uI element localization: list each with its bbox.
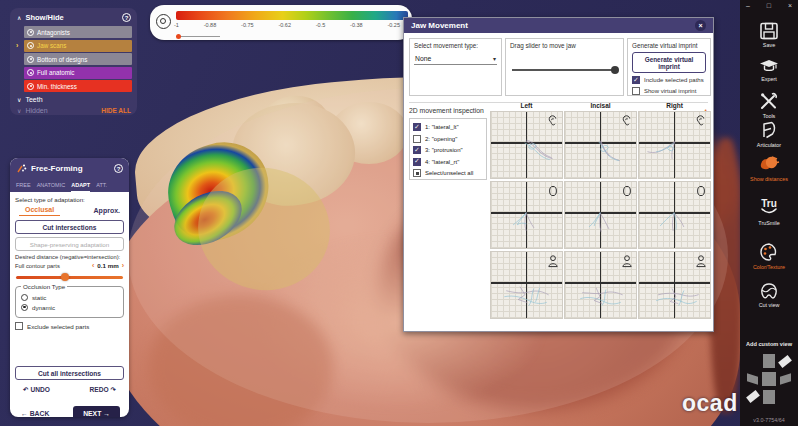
sidebar-save[interactable]: Save (740, 22, 798, 48)
checkbox-icon (413, 135, 421, 143)
save-icon (759, 22, 779, 40)
radio-dynamic[interactable]: dynamic (21, 304, 118, 311)
tick-label: -0.5 (316, 22, 325, 28)
tools-icon (759, 92, 779, 111)
condyle-icon (695, 184, 707, 198)
sidebar-expert[interactable]: Expert (740, 57, 798, 82)
cut-all-intersections-button[interactable]: Cut all intersections (15, 366, 124, 380)
help-icon[interactable]: ? (122, 13, 131, 22)
movement-type-select[interactable]: None ▾ (414, 53, 497, 65)
ear-icon (695, 114, 707, 128)
view-cube-control[interactable] (747, 352, 791, 404)
range-slider[interactable] (176, 34, 220, 39)
next-button[interactable]: NEXT → (73, 406, 120, 417)
redo-button[interactable]: REDO ↷ (90, 386, 116, 394)
hide-all-button[interactable]: HIDE ALL (101, 107, 131, 114)
person-icon (695, 254, 707, 268)
tab-free[interactable]: FREE (16, 179, 31, 192)
add-custom-view-label[interactable]: Add custom view (740, 341, 798, 347)
show-hide-item-jaw-scans[interactable]: › Jaw scans (24, 40, 132, 52)
checkbox-checked-icon: ✓ (413, 146, 421, 154)
window-close-button[interactable]: × (788, 2, 792, 9)
color-scale: -1 -0.88 -0.75 -0.62 -0.5 -0.38 -0.25 (150, 5, 412, 40)
show-distances-icon (757, 154, 781, 174)
subtab-approx[interactable]: Approx. (94, 206, 120, 216)
generate-virtual-imprint-button[interactable]: Generate virtual imprint (632, 52, 706, 73)
column-header-right: Right (638, 102, 711, 109)
distance-slider-handle[interactable] (61, 273, 69, 281)
movement-type-section: Select movement type: None ▾ (409, 38, 502, 96)
sidebar-articulator[interactable]: Articulator (740, 120, 798, 148)
stepper-left-icon[interactable]: ‹ (92, 262, 94, 269)
occlusion-type-group: Occlusion Type static dynamic (15, 286, 124, 318)
shape-preserving-button: Shape-preserving adaptation (15, 237, 124, 251)
contour-label: Full contour parts (15, 263, 60, 269)
show-hide-item-bottom-of-designs[interactable]: Bottom of designs (24, 53, 132, 65)
occlusion-type-label: Occlusion Type (21, 283, 67, 290)
panel-title: Show/Hide (25, 13, 63, 22)
eye-icon (27, 69, 34, 76)
maximize-button[interactable]: □ (767, 2, 771, 9)
eye-icon (27, 29, 34, 36)
show-hide-item-full-anatomic[interactable]: Full anatomic (24, 67, 132, 79)
show-hide-item-min-thickness[interactable]: Min. thickness (24, 80, 132, 92)
sidebar-color-texture[interactable]: Color/Texture (740, 242, 798, 270)
eye-icon (27, 42, 34, 49)
show-hide-item-antagonists[interactable]: Antagonists (24, 26, 132, 38)
tick-label: -0.75 (241, 22, 254, 28)
sidebar-cut-view[interactable]: Cut view (740, 281, 798, 308)
dialog-titlebar[interactable]: Jaw Movement × (404, 18, 713, 33)
path-checkbox-lateral-lt[interactable]: ✓ 1: "lateral_lt" (413, 123, 483, 131)
movement-chart-cell (638, 251, 711, 319)
jaw-slider-handle[interactable] (611, 66, 619, 74)
stepper-right-icon[interactable]: › (122, 262, 124, 269)
checkbox-icon (15, 322, 23, 330)
tab-adapt[interactable]: ADAPT (71, 179, 90, 192)
path-checkbox-lateral-rt[interactable]: ✓ 4: "lateral_rt" (413, 158, 483, 166)
select-unselect-all-checkbox[interactable]: Select/unselect all (413, 169, 483, 177)
cut-intersections-button[interactable]: Cut intersections (15, 220, 124, 234)
undo-button[interactable]: ↶ UNDO (23, 386, 50, 394)
radio-static[interactable]: static (21, 294, 118, 301)
movement-chart-cell (564, 111, 637, 179)
distance-gradient-bar (176, 11, 408, 20)
movement-chart-grid: Left Incisal Right (490, 102, 712, 319)
tick-label: -0.62 (278, 22, 291, 28)
minimize-button[interactable]: – (746, 2, 750, 9)
column-header-incisal: Incisal (564, 102, 637, 109)
path-checkbox-opening[interactable]: 2: "opening" (413, 135, 483, 143)
sidebar-tools[interactable]: Tools (740, 92, 798, 119)
tab-att[interactable]: ATT. (96, 179, 107, 192)
ear-icon (547, 114, 559, 128)
back-button[interactable]: ← BACK (21, 410, 49, 417)
range-slider-handle[interactable] (176, 34, 181, 39)
gradient-tick-labels: -1 -0.88 -0.75 -0.62 -0.5 -0.38 -0.25 (174, 22, 400, 28)
back-arrow-icon: ← (21, 410, 28, 417)
show-virtual-imprint-checkbox[interactable]: Show virtual imprint (632, 87, 706, 95)
exclude-selected-parts-checkbox[interactable]: Exclude selected parts (15, 322, 124, 330)
exocad-logo: ocad (682, 390, 738, 417)
close-icon[interactable]: × (695, 20, 706, 31)
movement-chart-cell (490, 251, 563, 319)
distance-slider[interactable] (16, 272, 123, 281)
cut-view-icon (758, 281, 780, 300)
subtab-occlusal[interactable]: Occlusal (19, 206, 60, 216)
radio-selected-icon (21, 304, 28, 311)
hidden-section[interactable]: ∨ Hidden HIDE ALL (17, 107, 131, 114)
checkbox-icon (632, 87, 640, 95)
virtual-imprint-section: Generate virtual imprint Generate virtua… (627, 38, 711, 96)
help-icon[interactable]: ? (114, 164, 123, 173)
path-checkbox-protrusion[interactable]: ✓ 3: "protrusion" (413, 146, 483, 154)
include-selected-paths-checkbox[interactable]: ✓ Include selected paths (632, 76, 706, 84)
tab-anatomic[interactable]: ANATOMIC (37, 179, 66, 192)
panel-title: Free-Forming (31, 164, 83, 173)
redo-icon: ↷ (110, 386, 116, 393)
right-sidebar: – □ × Save Expert Tools Articulator (740, 0, 798, 426)
radio-icon (21, 294, 28, 301)
sidebar-trusmile[interactable]: Tru TruSmile (740, 196, 798, 226)
colormap-settings-icon[interactable] (156, 14, 171, 29)
sidebar-show-distances[interactable]: Show distances (740, 154, 798, 182)
collapse-icon[interactable]: ∧ (17, 14, 21, 21)
teeth-section[interactable]: ∨ Teeth (17, 96, 131, 103)
jaw-slider[interactable] (510, 65, 619, 75)
